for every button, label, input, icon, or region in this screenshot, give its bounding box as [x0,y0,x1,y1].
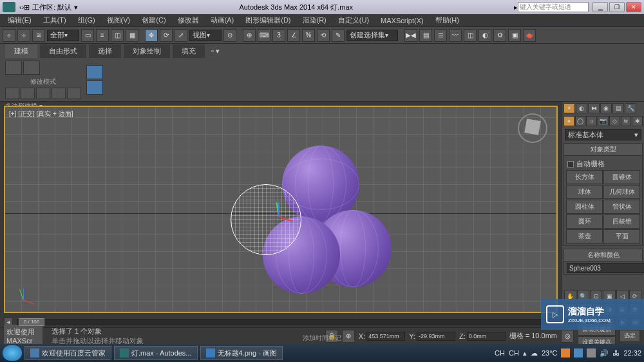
ref-coord-dropdown[interactable]: 视图 ▾ [189,30,222,41]
menu-view[interactable]: 视图(V) [102,14,136,26]
shapes-cat-icon[interactable]: ◯ [575,116,586,126]
ribbon-tool1-icon[interactable] [86,65,103,79]
spacewarps-cat-icon[interactable]: ≋ [621,116,632,126]
tab-modeling[interactable]: 建模 [5,44,37,58]
menu-grapheditors[interactable]: 图形编辑器(D) [240,14,296,26]
isolate-icon[interactable]: ◎ [561,330,574,343]
coord-z-input[interactable] [467,332,506,341]
temp-label[interactable]: 23°C [542,349,558,357]
select-scale-icon[interactable]: ⤢ [175,29,187,42]
geometry-cat-icon[interactable]: ● [564,116,574,126]
render-frame-icon[interactable]: ▣ [508,29,521,42]
workspace-dropdown[interactable]: ⊞ 工作区: 默认 ▾ [24,3,78,12]
select-name-icon[interactable]: ≡ [96,29,109,42]
keyboard-shortcut-icon[interactable]: ⌨ [258,29,270,42]
add-time-tag[interactable]: 添加时间标记 [193,334,451,343]
menu-modifiers[interactable]: 修改器 [173,14,204,26]
snap-toggle-icon[interactable]: 3 [272,29,285,42]
lights-cat-icon[interactable]: ☼ [586,116,597,126]
window-crossing-icon[interactable]: ▦ [126,29,138,42]
bind-spacewarp-icon[interactable]: ≋ [32,29,45,42]
create-tab-icon[interactable]: ✦ [564,103,575,113]
minimize-button[interactable]: ▁ [592,2,608,12]
torus-button[interactable]: 圆环 [566,214,603,229]
subobj-poly-icon[interactable] [52,88,66,99]
render-setup-icon[interactable]: ⚙ [493,29,506,42]
select-move-icon[interactable]: ✥ [145,29,158,42]
move-gizmo[interactable] [266,204,292,229]
tab-objectpaint[interactable]: 对象绘制 [124,44,170,58]
menu-create[interactable]: 创建(C) [137,14,171,26]
cylinder-button[interactable]: 圆柱体 [566,200,603,214]
motion-tab-icon[interactable]: ◉ [600,103,612,113]
help-search-input[interactable]: 键入关键字或短语 [518,2,589,12]
network-icon[interactable]: 🖧 [612,349,620,357]
pivot-center-icon[interactable]: ⊙ [223,29,236,42]
ime-indicator[interactable]: CH [509,349,519,357]
mirror-icon[interactable]: ▶◀ [404,29,417,42]
plane-button[interactable]: 平面 [603,229,640,243]
tube-button[interactable]: 管状体 [603,200,640,214]
angle-snap-icon[interactable]: ∠ [287,29,300,42]
volume-icon[interactable]: 🔊 [600,349,609,357]
select-icon[interactable]: ▭ [81,29,94,42]
menu-rendering[interactable]: 渲染(R) [298,14,332,26]
cone-button[interactable]: 圆锥体 [603,170,640,184]
tray-icon[interactable] [574,348,583,357]
subobj-vertex-icon[interactable] [5,88,19,99]
pyramid-button[interactable]: 四棱锥 [603,214,640,229]
poly-apply-icon[interactable] [23,61,40,75]
start-button[interactable] [3,345,22,361]
menu-animation[interactable]: 动画(A) [205,14,240,26]
align-icon[interactable]: ▤ [419,29,432,42]
manipulate-icon[interactable]: ⊛ [243,29,256,42]
autogrid-checkbox[interactable]: 自动栅格 [566,158,640,170]
task-item-1[interactable]: 灯.max - Autodes... [114,346,198,360]
viewport-perspective[interactable]: [+] [正交] [真实 + 边面] [4,106,558,313]
category-dropdown[interactable]: 标准基本体 ▾ [565,129,641,140]
subobj-border-icon[interactable] [36,88,50,99]
selection-filter-dropdown[interactable]: 全部 ▾ [47,30,79,41]
object-type-header[interactable]: 对象类型 [564,144,642,156]
select-rotate-icon[interactable]: ⟳ [160,29,173,42]
weather-icon[interactable]: ☁ [531,349,538,357]
schematic-view-icon[interactable]: ◫ [464,29,477,42]
object-name-input[interactable] [567,263,644,273]
tab-freeform[interactable]: 自由形式 [40,44,86,58]
menu-maxscript[interactable]: MAXScript(X) [375,15,429,26]
close-button[interactable]: ✕ [626,2,641,12]
spinner-snap-icon[interactable]: ⟲ [317,29,330,42]
name-color-header[interactable]: 名称和颜色 [564,249,642,262]
menu-edit[interactable]: 编辑(E) [3,14,37,26]
tab-selection[interactable]: 选择 [89,44,121,58]
subobj-element-icon[interactable] [67,88,81,99]
modify-tab-icon[interactable]: ◐ [576,103,587,113]
viewcube[interactable] [518,113,547,143]
poly-preview-icon[interactable] [5,61,22,75]
layers-icon[interactable]: ☰ [434,29,447,42]
percent-snap-icon[interactable]: % [302,29,315,42]
teapot-button[interactable]: 茶壶 [566,229,603,243]
render-icon[interactable]: 🫖 [523,29,536,42]
menu-help[interactable]: 帮助(H) [430,14,464,26]
tray-chevron-icon[interactable]: ▴ [523,349,527,357]
time-slider[interactable]: 0 / 100 [17,319,576,325]
edit-named-sel-icon[interactable]: ✎ [332,29,345,42]
display-tab-icon[interactable]: ▤ [612,103,624,113]
named-sel-dropdown[interactable]: 创建选择集 ▾ [346,30,398,41]
tray-icon[interactable] [561,348,570,357]
menu-customize[interactable]: 自定义(U) [333,14,374,26]
task-item-2[interactable]: 无标题4.png - 画图 [200,346,283,360]
selected-filter-button[interactable]: 选定 [620,330,640,342]
unlink-icon[interactable]: ⟐ [17,29,30,42]
systems-cat-icon[interactable]: ✱ [632,116,643,126]
geosphere-button[interactable]: 几何球体 [603,185,640,199]
helpers-cat-icon[interactable]: ◇ [609,116,620,126]
restore-button[interactable]: ❐ [609,2,625,12]
lang-indicator[interactable]: CH [495,349,505,357]
utilities-tab-icon[interactable]: 🔧 [625,103,636,113]
ribbon-tool2-icon[interactable] [86,81,103,95]
tray-icon[interactable] [587,348,596,357]
clock[interactable]: 22:32 [623,349,641,357]
cameras-cat-icon[interactable]: 📷 [598,116,609,126]
